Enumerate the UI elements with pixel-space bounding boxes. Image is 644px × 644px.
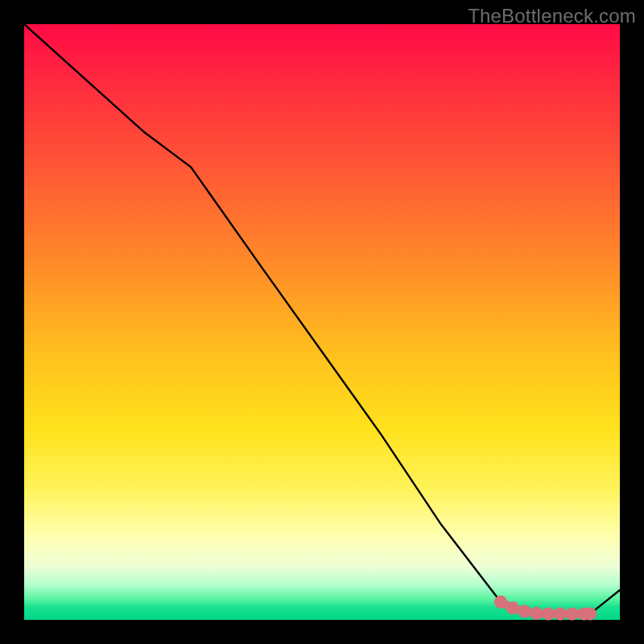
chart-svg (24, 24, 620, 620)
highlight-dot (530, 607, 543, 620)
highlight-dot (518, 605, 531, 618)
highlight-dot (506, 601, 519, 614)
highlight-dot (566, 608, 579, 621)
highlight-dot (542, 608, 555, 621)
highlight-dot (554, 608, 567, 621)
highlight-dot (494, 596, 507, 609)
curve-line (24, 24, 620, 614)
highlight-dots (494, 596, 597, 621)
plot-area (24, 24, 620, 620)
highlight-dot (584, 608, 597, 621)
chart-frame: TheBottleneck.com (0, 0, 644, 644)
